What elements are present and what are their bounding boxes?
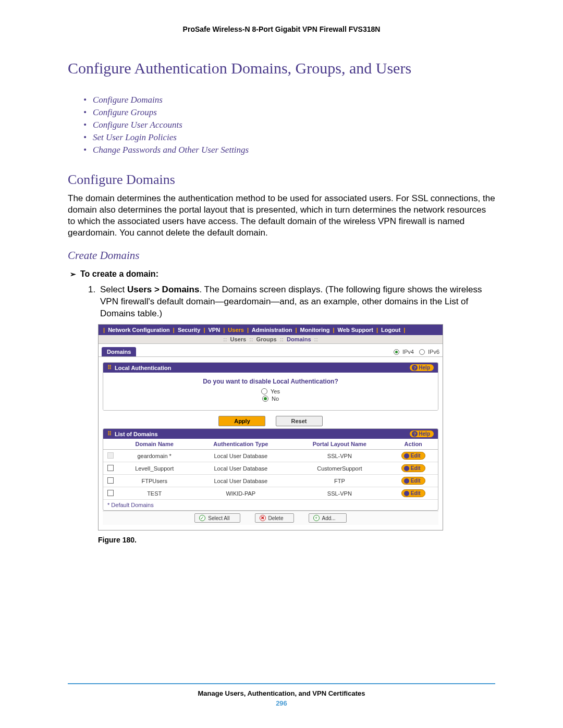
ipv4-label: IPv4 xyxy=(402,349,414,355)
menu-logout[interactable]: Logout xyxy=(381,327,400,333)
edit-icon xyxy=(404,491,409,496)
section-body: The domain determines the authentication… xyxy=(68,193,495,239)
cell-portal: SSL-VPN xyxy=(290,450,388,462)
triangle-icon: ➢ xyxy=(70,270,76,278)
cell-domain: TEST xyxy=(118,487,191,500)
product-header: ProSafe Wireless-N 8-Port Gigabit VPN Fi… xyxy=(68,25,495,33)
domains-list-panel: ⠿ List of Domains ?Help Domain Name Auth… xyxy=(103,428,438,511)
local-auth-panel: ⠿ Local Authentication ?Help Do you want… xyxy=(103,362,438,411)
reset-button[interactable]: Reset xyxy=(276,416,323,426)
cell-portal: SSL-VPN xyxy=(290,487,388,500)
page-footer: Manage Users, Authentication, and VPN Ce… xyxy=(68,683,495,707)
table-row: LevelI_Support Local User Database Custo… xyxy=(103,462,438,475)
submenu-groups[interactable]: Groups xyxy=(256,336,276,342)
radio-no-label: No xyxy=(272,396,279,402)
cell-auth: Local User Database xyxy=(191,475,290,487)
edit-icon xyxy=(404,453,409,459)
delete-icon: ✖ xyxy=(260,515,266,521)
step-lead: ➢To create a domain: xyxy=(70,269,495,279)
subsection-heading: Create Domains xyxy=(68,249,495,262)
domains-table: Domain Name Authentication Type Portal L… xyxy=(103,439,438,500)
toc-item[interactable]: Configure Domains xyxy=(83,94,495,106)
help-button[interactable]: ?Help xyxy=(410,364,434,371)
section-heading: Configure Domains xyxy=(68,172,495,188)
tab-row: Domains IPv4 IPv6 xyxy=(99,345,443,357)
row-checkbox[interactable] xyxy=(107,490,114,496)
cell-portal: FTP xyxy=(290,475,388,487)
local-auth-title: Local Authentication xyxy=(115,365,171,371)
footer-page-number: 296 xyxy=(68,699,495,707)
dots-icon: ⠿ xyxy=(107,430,112,437)
add-button[interactable]: +Add... xyxy=(309,513,347,523)
menu-administration[interactable]: Administration xyxy=(252,327,292,333)
cell-domain: LevelI_Support xyxy=(118,462,191,475)
cell-domain: FTPUsers xyxy=(118,475,191,487)
question-icon: ? xyxy=(412,365,418,371)
menu-security[interactable]: Security xyxy=(178,327,200,333)
check-icon: ✓ xyxy=(199,515,205,521)
edit-button[interactable]: Edit xyxy=(401,464,425,472)
help-button[interactable]: ?Help xyxy=(410,430,434,437)
menu-users[interactable]: Users xyxy=(228,327,244,333)
toc-list: Configure Domains Configure Groups Confi… xyxy=(83,94,495,156)
page-title: Configure Authentication Domains, Groups… xyxy=(68,59,495,77)
step-list: Select Users > Domains. The Domains scre… xyxy=(83,284,495,320)
dots-icon: ⠿ xyxy=(107,364,112,371)
delete-button[interactable]: ✖Delete xyxy=(255,513,295,523)
embedded-screenshot: | Network Configuration | Security | VPN… xyxy=(98,324,443,530)
radio-yes[interactable] xyxy=(261,388,267,394)
submenu-users[interactable]: Users xyxy=(230,336,246,342)
col-action: Action xyxy=(388,439,438,450)
cell-portal: CustomerSupport xyxy=(290,462,388,475)
toc-item[interactable]: Configure Groups xyxy=(83,106,495,119)
edit-icon xyxy=(404,478,409,484)
submenu-domains[interactable]: Domains xyxy=(287,336,311,342)
table-row: geardomain * Local User Database SSL-VPN… xyxy=(103,450,438,462)
edit-button[interactable]: Edit xyxy=(401,477,425,485)
ipv6-label: IPv6 xyxy=(428,349,439,355)
radio-yes-label: Yes xyxy=(271,388,280,394)
domains-panel-title: List of Domains xyxy=(115,431,158,437)
toc-item[interactable]: Set User Login Policies xyxy=(83,131,495,144)
row-checkbox[interactable] xyxy=(107,465,114,471)
toc-item[interactable]: Change Passwords and Other User Settings xyxy=(83,144,495,156)
disable-auth-question: Do you want to disable Local Authenticat… xyxy=(107,378,434,385)
select-all-button[interactable]: ✓Select All xyxy=(194,513,240,523)
cell-domain: geardomain * xyxy=(118,450,191,462)
edit-button[interactable]: Edit xyxy=(401,489,425,497)
cell-auth: Local User Database xyxy=(191,462,290,475)
figure-caption: Figure 180. xyxy=(98,536,495,544)
default-domains-note: * Default Domains xyxy=(103,500,438,510)
cell-auth: Local User Database xyxy=(191,450,290,462)
ipv4-radio[interactable] xyxy=(394,349,399,355)
top-menu: | Network Configuration | Security | VPN… xyxy=(99,325,443,335)
plus-icon: + xyxy=(313,515,320,521)
apply-reset-row: Apply Reset xyxy=(99,416,443,426)
edit-button[interactable]: Edit xyxy=(401,452,425,460)
question-icon: ? xyxy=(412,431,418,437)
step-1: Select Users > Domains. The Domains scre… xyxy=(98,284,495,320)
cell-auth: WIKID-PAP xyxy=(191,487,290,500)
sub-menu: :: Users :: Groups :: Domains :: xyxy=(99,335,443,344)
col-auth: Authentication Type xyxy=(191,439,290,450)
table-row: FTPUsers Local User Database FTP Edit xyxy=(103,475,438,487)
apply-button[interactable]: Apply xyxy=(218,416,265,426)
menu-monitoring[interactable]: Monitoring xyxy=(300,327,330,333)
row-checkbox[interactable] xyxy=(107,477,114,484)
row-checkbox[interactable] xyxy=(107,452,114,459)
footer-chapter: Manage Users, Authentication, and VPN Ce… xyxy=(68,689,495,697)
col-domain: Domain Name xyxy=(118,439,191,450)
edit-icon xyxy=(404,466,409,471)
ipv6-radio[interactable] xyxy=(419,349,425,355)
menu-network-config[interactable]: Network Configuration xyxy=(108,327,170,333)
table-row: TEST WIKID-PAP SSL-VPN Edit xyxy=(103,487,438,500)
radio-no[interactable] xyxy=(262,396,268,402)
table-action-bar: ✓Select All ✖Delete +Add... xyxy=(103,511,438,525)
toc-item[interactable]: Configure User Accounts xyxy=(83,119,495,131)
menu-vpn[interactable]: VPN xyxy=(209,327,221,333)
tab-domains[interactable]: Domains xyxy=(102,347,136,356)
col-portal: Portal Layout Name xyxy=(290,439,388,450)
menu-web-support[interactable]: Web Support xyxy=(338,327,373,333)
